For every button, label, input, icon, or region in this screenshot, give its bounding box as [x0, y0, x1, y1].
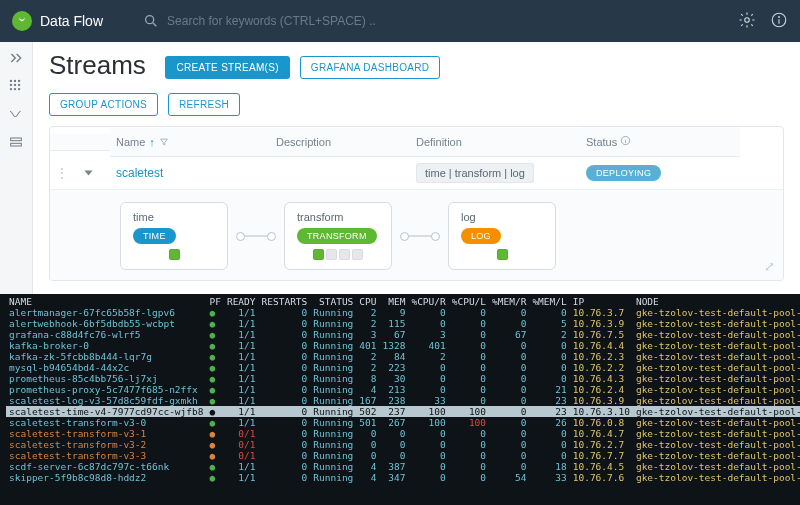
col-definition[interactable]: Definition [410, 128, 580, 157]
svg-point-12 [10, 88, 12, 90]
instance-indicator [169, 249, 180, 260]
svg-point-11 [18, 84, 20, 86]
svg-point-2 [745, 17, 750, 22]
svg-point-7 [14, 80, 16, 82]
search-icon [143, 13, 159, 29]
sidebar [0, 42, 33, 294]
svg-point-10 [14, 84, 16, 86]
status-badge: DEPLOYING [586, 165, 661, 181]
svg-point-5 [779, 16, 780, 17]
svg-line-1 [153, 23, 156, 26]
col-name[interactable]: Name↑ [110, 128, 270, 157]
page-title: Streams [49, 50, 146, 81]
create-stream-button[interactable]: CREATE STREAM(S) [165, 56, 289, 79]
col-description[interactable]: Description [270, 128, 410, 157]
main-content: Streams CREATE STREAM(S) GRAFANA DASHBOA… [33, 42, 800, 294]
topbar: Data Flow Search for keywords (CTRL+SPAC… [0, 0, 800, 42]
global-search[interactable]: Search for keywords (CTRL+SPACE) .. [143, 13, 738, 29]
gear-icon[interactable] [738, 11, 756, 32]
filter-icon[interactable] [159, 137, 169, 147]
group-actions-button[interactable]: GROUP ACTIONS [49, 93, 158, 116]
stream-diagram: time TIME transform TRANSFORM log LOG [50, 189, 783, 280]
fullscreen-icon[interactable]: ⤢ [764, 259, 775, 274]
definition-pill: time | transform | log [416, 163, 534, 183]
apps-icon[interactable] [8, 78, 24, 94]
info-icon[interactable] [620, 135, 631, 146]
node-time[interactable]: time TIME [120, 202, 228, 270]
svg-point-6 [10, 80, 12, 82]
node-log[interactable]: log LOG [448, 202, 556, 270]
grafana-button[interactable]: GRAFANA DASHBOARD [300, 56, 440, 79]
logo-icon [12, 11, 32, 31]
terminal[interactable]: NAMEPFREADYRESTARTSSTATUSCPUMEM%CPU/R%CP… [0, 294, 800, 505]
streams-table: Name↑ Description Definition Status ⋮ sc… [49, 126, 784, 281]
search-placeholder: Search for keywords (CTRL+SPACE) .. [167, 14, 376, 28]
stream-row[interactable]: ⋮ scaletest time | transform | log DEPLO… [50, 157, 783, 189]
app-name: Data Flow [40, 13, 103, 29]
connector [404, 235, 436, 237]
refresh-button[interactable]: REFRESH [168, 93, 240, 116]
svg-rect-15 [11, 138, 22, 141]
svg-point-14 [18, 88, 20, 90]
col-status[interactable]: Status [580, 127, 740, 157]
row-actions-icon[interactable]: ⋮ [50, 158, 80, 188]
info-icon[interactable] [770, 11, 788, 32]
node-transform[interactable]: transform TRANSFORM [284, 202, 392, 270]
collapse-icon[interactable] [8, 50, 24, 66]
svg-point-9 [10, 84, 12, 86]
svg-point-13 [14, 88, 16, 90]
svg-point-8 [18, 80, 20, 82]
stream-name-cell[interactable]: scaletest [110, 158, 270, 188]
connector [240, 235, 272, 237]
svg-point-0 [146, 16, 154, 24]
svg-rect-16 [11, 143, 22, 146]
streams-icon[interactable] [8, 106, 24, 122]
expand-icon[interactable] [85, 171, 93, 176]
tasks-icon[interactable] [8, 134, 24, 150]
app-logo[interactable]: Data Flow [12, 11, 103, 31]
